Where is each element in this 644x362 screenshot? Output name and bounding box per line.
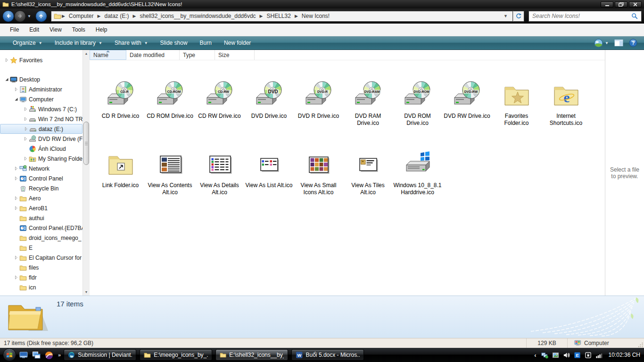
help-button[interactable]: ? — [629, 39, 637, 47]
sidebar-item-authui[interactable]: authui — [0, 213, 83, 223]
expander-collapsed-icon[interactable] — [24, 156, 28, 161]
expander-collapsed-icon[interactable] — [14, 196, 18, 200]
expander-collapsed-icon[interactable] — [14, 255, 18, 260]
search-input[interactable] — [532, 13, 631, 19]
menu-tools[interactable]: Tools — [67, 24, 91, 35]
expander-expanded-icon[interactable] — [14, 97, 18, 101]
file-item[interactable]: e Internet Shortcuts.ico — [541, 80, 591, 149]
tray-evkey[interactable]: E — [574, 352, 581, 359]
column-header-name[interactable]: Name — [90, 50, 126, 60]
breadcrumb-item[interactable]: shell32_icons__by_mswindowsdude_ddd6vdc — [136, 12, 259, 20]
sidebar-item-win-7-2nd-no-tr[interactable]: Win 7 2nd NO TR — [0, 114, 83, 124]
file-item[interactable]: Link Folder.ico — [96, 149, 145, 219]
sidebar-item-computer[interactable]: Computer — [0, 94, 83, 104]
taskbar-task-button[interactable]: E:\meego_icons_by_... — [140, 349, 212, 361]
sidebar-item-files[interactable]: files — [0, 263, 83, 272]
menu-file[interactable]: File — [5, 24, 24, 35]
sidebar-item-favorites[interactable]: Favorites — [0, 55, 83, 65]
quick-launch-show-desktop[interactable] — [19, 351, 28, 359]
change-view-button[interactable]: ▼ — [594, 39, 609, 48]
taskbar-task-button[interactable]: Submission | Deviant... — [64, 349, 136, 361]
preview-pane-button[interactable] — [614, 39, 623, 47]
file-item[interactable]: View As List Alt.ico — [244, 149, 294, 219]
sidebar-item-administrator[interactable]: Administrator — [0, 84, 83, 94]
sidebar-item-control-panel-ed7ba[interactable]: Control Panel.{ED7BA — [0, 223, 83, 233]
expander-collapsed-icon[interactable] — [14, 275, 18, 280]
expander-collapsed-icon[interactable] — [14, 206, 18, 210]
sidebar-item-aerob1[interactable]: AeroB1 — [0, 203, 83, 213]
file-item[interactable]: DVD DVD Drive.ico — [244, 80, 294, 149]
tray-network-tray[interactable] — [541, 352, 548, 359]
toolbar-burn[interactable]: Burn — [194, 37, 218, 49]
expander-collapsed-icon[interactable] — [24, 107, 28, 111]
sidebar-item-dataz-e-[interactable]: dataz (E:) — [0, 124, 83, 134]
tray-overflow-chevron[interactable]: ‹ — [534, 352, 537, 359]
quick-launch-window-switcher[interactable] — [32, 351, 41, 359]
breadcrumb[interactable]: ▶Computer▶dataz (E:)▶shell32_icons__by_m… — [51, 11, 513, 22]
toolbar-slide-show[interactable]: Slide show — [154, 37, 194, 49]
address-dropdown-caret-icon[interactable]: ▼ — [501, 14, 510, 18]
scrollbar-thumb[interactable] — [83, 122, 89, 165]
sidebar-item-recycle-bin[interactable]: Recycle Bin — [0, 183, 83, 193]
sidebar-item-control-panel[interactable]: Control Panel — [0, 173, 83, 183]
file-item[interactable]: Windows 10_8_8.1 Harddrive.ico — [393, 149, 442, 219]
expander-collapsed-icon[interactable] — [24, 117, 28, 121]
sidebar-item-my-sharing-folde[interactable]: My Sharing Folde — [0, 154, 83, 164]
file-item[interactable]: DVD-R DVD R Drive.ico — [294, 80, 343, 149]
resize-grip[interactable] — [637, 338, 644, 348]
sidebar-item-dvd-rw-drive-f[interactable]: DVD RW Drive (F — [0, 134, 83, 144]
sidebar-scrollbar[interactable]: ▲ ▼ — [83, 50, 90, 296]
column-header-date-modified[interactable]: Date modified — [126, 50, 180, 60]
breadcrumb-item[interactable]: dataz (E:) — [101, 12, 132, 20]
close-button[interactable] — [629, 1, 642, 8]
sidebar-item-el-capitan-cursor-for[interactable]: El Capitan Cursor for — [0, 253, 83, 263]
taskbar-task-button[interactable]: WBuổi 5.docx - Micros... — [291, 349, 364, 361]
expander-collapsed-icon[interactable] — [24, 127, 28, 131]
tray-signal[interactable] — [595, 352, 603, 359]
expander-collapsed-icon[interactable] — [14, 166, 18, 171]
toolbar-organize[interactable]: Organize▼ — [7, 37, 49, 49]
sidebar-item-icn[interactable]: icn — [0, 282, 83, 292]
taskbar-clock[interactable]: 10:02:36 CH — [609, 352, 640, 358]
menu-help[interactable]: Help — [91, 24, 113, 35]
file-item[interactable]: DVD-RW DVD RW Drive.ico — [442, 80, 492, 149]
file-item[interactable]: View As Small Icons Alt.ico — [294, 149, 343, 219]
sidebar-item-network[interactable]: Network — [0, 164, 83, 173]
search-icon[interactable] — [631, 13, 638, 19]
forward-button[interactable] — [14, 10, 26, 22]
file-item[interactable]: CD-ROM CD ROM Drive.ico — [145, 80, 195, 149]
sidebar-item-fldr[interactable]: fldr — [0, 272, 83, 282]
sidebar-item--nh-icloud[interactable]: Ánh iCloud — [0, 144, 83, 154]
sidebar-item-desktop[interactable]: Desktop — [0, 74, 83, 84]
file-item[interactable]: DVD-RAM DVD RAM Drive.ico — [343, 80, 393, 149]
file-item[interactable]: View As Contents Alt.ico — [145, 149, 195, 219]
toolbar-new-folder[interactable]: New folder — [218, 37, 257, 49]
start-button[interactable] — [3, 348, 16, 362]
menu-view[interactable]: View — [44, 24, 67, 35]
expander-collapsed-icon[interactable] — [5, 58, 9, 62]
taskbar-task-button[interactable]: E:\shell32_icons__by_... — [215, 349, 288, 361]
sidebar-item-e[interactable]: E — [0, 243, 83, 253]
recent-pages-dropdown[interactable]: ▼ — [26, 14, 33, 18]
toolbar-include-in-library[interactable]: Include in library▼ — [49, 37, 108, 49]
quick-launch-overflow-chevron[interactable]: » — [57, 352, 64, 358]
tray-action-center[interactable] — [585, 352, 592, 359]
expander-collapsed-icon[interactable] — [14, 87, 18, 91]
expander-collapsed-icon[interactable] — [24, 137, 28, 141]
up-button[interactable] — [35, 10, 47, 22]
file-item[interactable]: DVD-ROM DVD ROM Drive.ico — [393, 80, 442, 149]
file-item[interactable]: CD-R CD R Drive.ico — [96, 80, 145, 149]
scroll-up-arrow-icon[interactable]: ▲ — [83, 50, 90, 57]
tray-volume[interactable] — [563, 352, 570, 359]
breadcrumb-item[interactable]: SHELL32 — [264, 12, 294, 20]
file-item[interactable]: View As Tiles Alt.ico — [343, 149, 393, 219]
sidebar-item-windows-7-c-[interactable]: Windows 7 (C:) — [0, 104, 83, 114]
quick-launch-firefox[interactable] — [45, 351, 53, 359]
file-item[interactable]: View As Details Alt.ico — [195, 149, 244, 219]
scroll-down-arrow-icon[interactable]: ▼ — [83, 288, 90, 296]
column-header-type[interactable]: Type — [180, 50, 215, 60]
menu-edit[interactable]: Edit — [24, 24, 44, 35]
sidebar-item-aero[interactable]: Aero — [0, 193, 83, 203]
refresh-button[interactable] — [513, 11, 524, 22]
expander-expanded-icon[interactable] — [5, 77, 9, 82]
